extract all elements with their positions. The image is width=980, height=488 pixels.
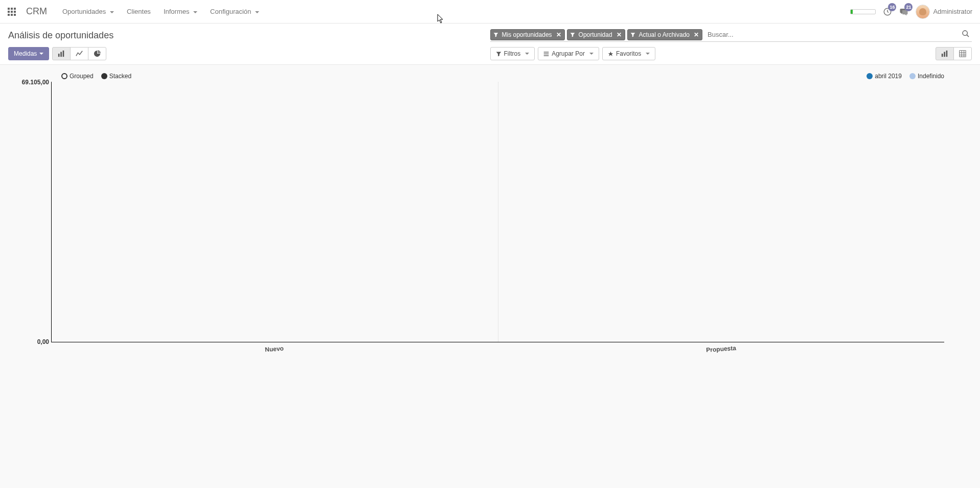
filter-facet[interactable]: Mis oportunidades ✕ <box>490 29 565 40</box>
svg-rect-9 <box>942 54 943 57</box>
medidas-button[interactable]: Medidas <box>8 47 49 60</box>
legend-grouped[interactable]: Grouped <box>61 73 94 80</box>
avatar <box>916 5 930 19</box>
caret-icon <box>255 11 259 13</box>
svg-point-1 <box>963 31 967 35</box>
chart-type-group <box>52 47 106 60</box>
table-icon <box>959 50 966 57</box>
messages-icon[interactable]: 21 <box>899 7 908 16</box>
page-title: Análisis de oportunidades <box>8 30 490 41</box>
caret-icon <box>525 53 529 55</box>
remove-facet-icon[interactable]: ✕ <box>691 30 702 40</box>
remove-facet-icon[interactable]: ✕ <box>553 30 564 40</box>
nav-clientes[interactable]: Clientes <box>122 4 156 19</box>
messages-badge: 21 <box>904 3 913 11</box>
search-input[interactable] <box>704 29 958 40</box>
plot-area <box>51 82 944 342</box>
chart-body: 69.105,00 0,00 NuevoPropuesta <box>10 82 970 358</box>
legend-series2[interactable]: Indefinido <box>909 73 944 80</box>
x-axis: NuevoPropuesta <box>51 342 944 358</box>
chart-category <box>52 82 498 342</box>
favoritos-button[interactable]: Favoritos <box>602 47 655 60</box>
star-icon <box>608 51 613 57</box>
user-menu[interactable]: Administrator <box>916 5 972 19</box>
pie-chart-button[interactable] <box>88 47 106 60</box>
legend-stacked[interactable]: Stacked <box>101 73 131 80</box>
pie-chart-icon <box>94 50 101 57</box>
funnel-icon <box>491 31 501 39</box>
nav-informes[interactable]: Informes <box>158 4 202 19</box>
bar-chart-button[interactable] <box>52 47 71 60</box>
progress-indicator[interactable] <box>850 9 876 14</box>
control-panel: Análisis de oportunidades Mis oportunida… <box>0 24 980 65</box>
svg-rect-12 <box>960 51 966 57</box>
circle-icon <box>867 73 873 79</box>
caret-icon <box>110 11 114 13</box>
bar-chart-icon <box>58 50 65 57</box>
svg-rect-11 <box>946 51 948 57</box>
caret-icon <box>589 53 594 55</box>
caret-icon <box>39 53 43 55</box>
svg-line-2 <box>967 35 969 37</box>
chart-category <box>498 82 944 342</box>
nav-oportunidades[interactable]: Oportunidades <box>57 4 119 19</box>
chart-area: Grouped Stacked abril 2019 Indefinido 69… <box>0 65 980 373</box>
filtros-button[interactable]: Filtros <box>490 47 535 60</box>
caret-icon <box>646 53 650 55</box>
filter-facet[interactable]: Oportunidad ✕ <box>567 29 625 40</box>
line-chart-button[interactable] <box>70 47 88 60</box>
bar-chart-icon <box>941 50 948 57</box>
svg-rect-4 <box>61 52 62 57</box>
view-switcher <box>936 47 972 60</box>
svg-rect-10 <box>944 52 945 57</box>
y-tick: 69.105,00 <box>22 79 49 86</box>
list-icon <box>543 51 549 57</box>
funnel-icon <box>496 51 502 57</box>
legend-series1[interactable]: abril 2019 <box>867 73 902 80</box>
svg-rect-3 <box>58 54 60 57</box>
search-icon[interactable] <box>960 30 972 39</box>
nav-configuracion[interactable]: Configuración <box>205 4 264 19</box>
filter-facet[interactable]: Actual o Archivado ✕ <box>627 29 702 40</box>
circle-icon <box>61 73 67 79</box>
activities-icon[interactable]: 16 <box>883 7 892 16</box>
activities-badge: 16 <box>888 3 896 11</box>
app-brand[interactable]: CRM <box>26 6 47 17</box>
caret-icon <box>193 11 197 13</box>
search-bar: Mis oportunidades ✕ Oportunidad ✕ Actual… <box>490 29 972 42</box>
nav-menu: Oportunidades Clientes Informes Configur… <box>57 4 264 19</box>
y-tick: 0,00 <box>37 338 49 345</box>
navbar-right: 16 21 Administrator <box>850 5 972 19</box>
funnel-icon <box>628 31 638 39</box>
line-chart-icon <box>76 50 83 57</box>
funnel-icon <box>567 31 578 39</box>
circle-icon <box>909 73 916 79</box>
circle-icon <box>101 73 107 79</box>
chart-legend: Grouped Stacked abril 2019 Indefinido <box>10 73 970 80</box>
y-axis: 69.105,00 0,00 <box>10 82 51 342</box>
apps-icon[interactable] <box>8 8 16 16</box>
user-label: Administrator <box>933 8 972 15</box>
remove-facet-icon[interactable]: ✕ <box>613 30 625 40</box>
svg-rect-5 <box>63 51 64 57</box>
pivot-view-button[interactable] <box>953 47 972 60</box>
agrupar-button[interactable]: Agrupar Por <box>538 47 599 60</box>
navbar: CRM Oportunidades Clientes Informes Conf… <box>0 0 980 24</box>
graph-view-button[interactable] <box>936 47 954 60</box>
